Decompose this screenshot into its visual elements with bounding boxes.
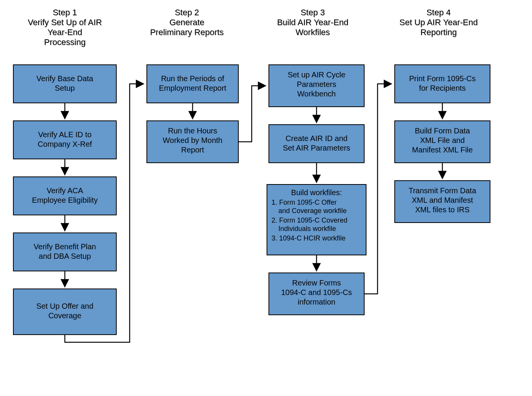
box-setup-offer-l2: Coverage	[48, 311, 82, 320]
step4-heading-l1: Step 4	[426, 8, 451, 17]
step4-heading-l2: Set Up AIR Year-End	[399, 18, 477, 27]
box-verify-benefit-l1: Verify Benefit Plan	[34, 242, 96, 251]
box-air-cycle-l2: Parameters	[297, 80, 336, 88]
flowchart: Step 1 Verify Set Up of AIR Year-End Pro…	[0, 0, 532, 396]
box-verify-aca-l1: Verify ACA	[47, 186, 83, 195]
box-create-air-l1: Create AIR ID and	[286, 134, 347, 143]
step4-heading-l3: Reporting	[420, 27, 456, 37]
step1-heading-l4: Processing	[44, 37, 86, 47]
box-review-l1: Review Forms	[292, 279, 341, 287]
step2-heading-l1: Step 2	[175, 8, 199, 17]
step3-heading-l2: Build AIR Year-End	[277, 18, 348, 27]
box-build-workfiles-i1b: and Coverage workfile	[278, 207, 347, 215]
box-print-1095c-l1: Print Form 1095-Cs	[409, 74, 476, 83]
step3-heading-l3: Workfiles	[296, 27, 330, 37]
box-run-periods-l2: Employment Report	[159, 84, 227, 92]
box-print-1095c-l2: for Recipients	[419, 84, 466, 92]
box-transmit-l2: XML and Manifest	[412, 196, 473, 204]
box-review-l2: 1094-C and 1095-Cs	[281, 288, 352, 297]
box-build-workfiles-i2a: 2. Form 1095-C Covered	[272, 216, 347, 224]
box-build-workfiles-title: Build workfiles:	[291, 188, 342, 197]
arrow-step3-to-step4	[364, 84, 391, 294]
box-air-cycle-l1: Set up AIR Cycle	[288, 71, 345, 79]
step1-heading-l1: Step 1	[53, 8, 77, 17]
box-verify-ale-id-l2: Company X-Ref	[38, 140, 92, 148]
box-air-cycle-l3: Workbench	[297, 90, 336, 98]
box-verify-base-data-l1: Verify Base Data	[37, 74, 94, 83]
box-build-xml-l2: XML File and	[420, 136, 464, 144]
box-build-workfiles-i2b: Individuals workfile	[278, 225, 336, 232]
step2-heading-l2: Generate	[169, 18, 204, 27]
box-run-hours-l1: Run the Hours	[168, 127, 217, 135]
box-build-xml-l3: Manifest XML File	[412, 146, 473, 154]
step2-heading-l3: Preliminary Reports	[150, 27, 223, 37]
box-build-workfiles-i3a: 3. 1094-C HCIR workfile	[272, 234, 346, 242]
box-verify-base-data-l2: Setup	[55, 84, 75, 92]
box-verify-aca-l2: Employee Eligibility	[32, 196, 98, 204]
box-build-xml-l1: Build Form Data	[415, 127, 470, 135]
box-create-air-l2: Set AIR Parameters	[283, 144, 350, 152]
box-verify-ale-id-l1: Verify ALE ID to	[38, 130, 92, 139]
box-transmit-l3: XML files to IRS	[415, 205, 470, 214]
box-verify-benefit-l2: and DBA Setup	[39, 252, 91, 260]
step3-heading-l1: Step 3	[301, 8, 325, 17]
box-run-periods-l1: Run the Periods of	[161, 74, 224, 83]
box-build-workfiles-i1a: 1. Form 1095-C Offer	[272, 199, 337, 206]
box-review-l3: information	[298, 298, 336, 306]
box-run-hours-l2: Worked by Month	[163, 136, 222, 144]
step1-heading-l3: Year-End	[48, 27, 82, 37]
box-run-hours-l3: Report	[181, 146, 204, 154]
box-setup-offer-l1: Set Up Offer and	[36, 302, 93, 310]
step1-heading-l2: Verify Set Up of AIR	[28, 18, 102, 27]
box-transmit-l1: Transmit Form Data	[408, 186, 476, 195]
arrow-step2-to-step3	[238, 86, 265, 142]
